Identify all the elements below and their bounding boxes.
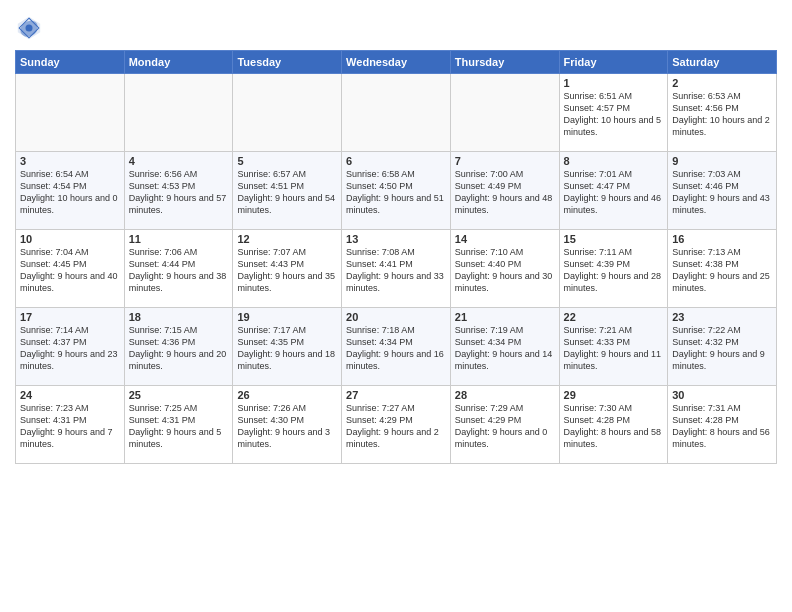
day-info: Sunrise: 7:23 AM Sunset: 4:31 PM Dayligh…	[20, 402, 120, 451]
day-info: Sunrise: 6:58 AM Sunset: 4:50 PM Dayligh…	[346, 168, 446, 217]
day-info: Sunrise: 7:13 AM Sunset: 4:38 PM Dayligh…	[672, 246, 772, 295]
day-number: 29	[564, 389, 664, 401]
day-number: 3	[20, 155, 120, 167]
calendar-table: SundayMondayTuesdayWednesdayThursdayFrid…	[15, 50, 777, 464]
day-number: 18	[129, 311, 229, 323]
day-info: Sunrise: 7:25 AM Sunset: 4:31 PM Dayligh…	[129, 402, 229, 451]
day-info: Sunrise: 7:22 AM Sunset: 4:32 PM Dayligh…	[672, 324, 772, 373]
calendar-cell: 24Sunrise: 7:23 AM Sunset: 4:31 PM Dayli…	[16, 386, 125, 464]
day-header-friday: Friday	[559, 51, 668, 74]
calendar-cell: 23Sunrise: 7:22 AM Sunset: 4:32 PM Dayli…	[668, 308, 777, 386]
day-number: 26	[237, 389, 337, 401]
calendar-cell: 28Sunrise: 7:29 AM Sunset: 4:29 PM Dayli…	[450, 386, 559, 464]
day-header-wednesday: Wednesday	[342, 51, 451, 74]
day-info: Sunrise: 7:18 AM Sunset: 4:34 PM Dayligh…	[346, 324, 446, 373]
day-info: Sunrise: 7:06 AM Sunset: 4:44 PM Dayligh…	[129, 246, 229, 295]
calendar-cell: 18Sunrise: 7:15 AM Sunset: 4:36 PM Dayli…	[124, 308, 233, 386]
calendar-cell	[342, 74, 451, 152]
day-number: 28	[455, 389, 555, 401]
calendar-cell: 3Sunrise: 6:54 AM Sunset: 4:54 PM Daylig…	[16, 152, 125, 230]
calendar-cell: 4Sunrise: 6:56 AM Sunset: 4:53 PM Daylig…	[124, 152, 233, 230]
day-info: Sunrise: 7:31 AM Sunset: 4:28 PM Dayligh…	[672, 402, 772, 451]
calendar-cell: 13Sunrise: 7:08 AM Sunset: 4:41 PM Dayli…	[342, 230, 451, 308]
calendar-cell	[124, 74, 233, 152]
day-number: 8	[564, 155, 664, 167]
calendar-cell: 5Sunrise: 6:57 AM Sunset: 4:51 PM Daylig…	[233, 152, 342, 230]
day-info: Sunrise: 6:54 AM Sunset: 4:54 PM Dayligh…	[20, 168, 120, 217]
day-number: 4	[129, 155, 229, 167]
calendar-cell: 16Sunrise: 7:13 AM Sunset: 4:38 PM Dayli…	[668, 230, 777, 308]
calendar-cell: 11Sunrise: 7:06 AM Sunset: 4:44 PM Dayli…	[124, 230, 233, 308]
calendar-cell: 29Sunrise: 7:30 AM Sunset: 4:28 PM Dayli…	[559, 386, 668, 464]
day-number: 15	[564, 233, 664, 245]
day-number: 7	[455, 155, 555, 167]
day-number: 6	[346, 155, 446, 167]
calendar-cell: 20Sunrise: 7:18 AM Sunset: 4:34 PM Dayli…	[342, 308, 451, 386]
calendar-cell	[450, 74, 559, 152]
day-info: Sunrise: 7:26 AM Sunset: 4:30 PM Dayligh…	[237, 402, 337, 451]
day-info: Sunrise: 7:29 AM Sunset: 4:29 PM Dayligh…	[455, 402, 555, 451]
day-number: 13	[346, 233, 446, 245]
calendar-week-row: 10Sunrise: 7:04 AM Sunset: 4:45 PM Dayli…	[16, 230, 777, 308]
day-info: Sunrise: 7:27 AM Sunset: 4:29 PM Dayligh…	[346, 402, 446, 451]
calendar-cell: 25Sunrise: 7:25 AM Sunset: 4:31 PM Dayli…	[124, 386, 233, 464]
day-info: Sunrise: 7:15 AM Sunset: 4:36 PM Dayligh…	[129, 324, 229, 373]
day-number: 22	[564, 311, 664, 323]
day-number: 10	[20, 233, 120, 245]
day-number: 5	[237, 155, 337, 167]
header	[15, 10, 777, 42]
day-info: Sunrise: 7:01 AM Sunset: 4:47 PM Dayligh…	[564, 168, 664, 217]
calendar-cell: 6Sunrise: 6:58 AM Sunset: 4:50 PM Daylig…	[342, 152, 451, 230]
day-header-thursday: Thursday	[450, 51, 559, 74]
day-header-sunday: Sunday	[16, 51, 125, 74]
calendar-week-row: 1Sunrise: 6:51 AM Sunset: 4:57 PM Daylig…	[16, 74, 777, 152]
calendar-cell: 1Sunrise: 6:51 AM Sunset: 4:57 PM Daylig…	[559, 74, 668, 152]
day-info: Sunrise: 7:19 AM Sunset: 4:34 PM Dayligh…	[455, 324, 555, 373]
day-number: 25	[129, 389, 229, 401]
page-container: SundayMondayTuesdayWednesdayThursdayFrid…	[0, 0, 792, 612]
calendar-week-row: 24Sunrise: 7:23 AM Sunset: 4:31 PM Dayli…	[16, 386, 777, 464]
day-number: 2	[672, 77, 772, 89]
day-number: 20	[346, 311, 446, 323]
calendar-cell: 22Sunrise: 7:21 AM Sunset: 4:33 PM Dayli…	[559, 308, 668, 386]
day-number: 23	[672, 311, 772, 323]
calendar-cell: 14Sunrise: 7:10 AM Sunset: 4:40 PM Dayli…	[450, 230, 559, 308]
day-info: Sunrise: 7:17 AM Sunset: 4:35 PM Dayligh…	[237, 324, 337, 373]
calendar-cell: 21Sunrise: 7:19 AM Sunset: 4:34 PM Dayli…	[450, 308, 559, 386]
day-number: 17	[20, 311, 120, 323]
calendar-cell	[233, 74, 342, 152]
day-number: 27	[346, 389, 446, 401]
day-number: 11	[129, 233, 229, 245]
calendar-cell: 8Sunrise: 7:01 AM Sunset: 4:47 PM Daylig…	[559, 152, 668, 230]
day-info: Sunrise: 7:10 AM Sunset: 4:40 PM Dayligh…	[455, 246, 555, 295]
day-info: Sunrise: 6:51 AM Sunset: 4:57 PM Dayligh…	[564, 90, 664, 139]
day-info: Sunrise: 6:57 AM Sunset: 4:51 PM Dayligh…	[237, 168, 337, 217]
calendar-week-row: 17Sunrise: 7:14 AM Sunset: 4:37 PM Dayli…	[16, 308, 777, 386]
day-info: Sunrise: 7:11 AM Sunset: 4:39 PM Dayligh…	[564, 246, 664, 295]
day-number: 12	[237, 233, 337, 245]
day-info: Sunrise: 6:56 AM Sunset: 4:53 PM Dayligh…	[129, 168, 229, 217]
day-number: 19	[237, 311, 337, 323]
day-info: Sunrise: 7:04 AM Sunset: 4:45 PM Dayligh…	[20, 246, 120, 295]
day-header-monday: Monday	[124, 51, 233, 74]
calendar-week-row: 3Sunrise: 6:54 AM Sunset: 4:54 PM Daylig…	[16, 152, 777, 230]
calendar-cell: 17Sunrise: 7:14 AM Sunset: 4:37 PM Dayli…	[16, 308, 125, 386]
day-info: Sunrise: 7:14 AM Sunset: 4:37 PM Dayligh…	[20, 324, 120, 373]
calendar-cell: 30Sunrise: 7:31 AM Sunset: 4:28 PM Dayli…	[668, 386, 777, 464]
logo	[15, 14, 45, 42]
calendar-cell: 2Sunrise: 6:53 AM Sunset: 4:56 PM Daylig…	[668, 74, 777, 152]
day-number: 16	[672, 233, 772, 245]
calendar-cell: 7Sunrise: 7:00 AM Sunset: 4:49 PM Daylig…	[450, 152, 559, 230]
day-number: 21	[455, 311, 555, 323]
calendar-header-row: SundayMondayTuesdayWednesdayThursdayFrid…	[16, 51, 777, 74]
day-number: 9	[672, 155, 772, 167]
day-info: Sunrise: 7:03 AM Sunset: 4:46 PM Dayligh…	[672, 168, 772, 217]
calendar-cell	[16, 74, 125, 152]
day-info: Sunrise: 7:00 AM Sunset: 4:49 PM Dayligh…	[455, 168, 555, 217]
calendar-cell: 12Sunrise: 7:07 AM Sunset: 4:43 PM Dayli…	[233, 230, 342, 308]
svg-point-1	[26, 25, 33, 32]
day-info: Sunrise: 7:07 AM Sunset: 4:43 PM Dayligh…	[237, 246, 337, 295]
calendar-cell: 15Sunrise: 7:11 AM Sunset: 4:39 PM Dayli…	[559, 230, 668, 308]
day-header-tuesday: Tuesday	[233, 51, 342, 74]
calendar-cell: 27Sunrise: 7:27 AM Sunset: 4:29 PM Dayli…	[342, 386, 451, 464]
